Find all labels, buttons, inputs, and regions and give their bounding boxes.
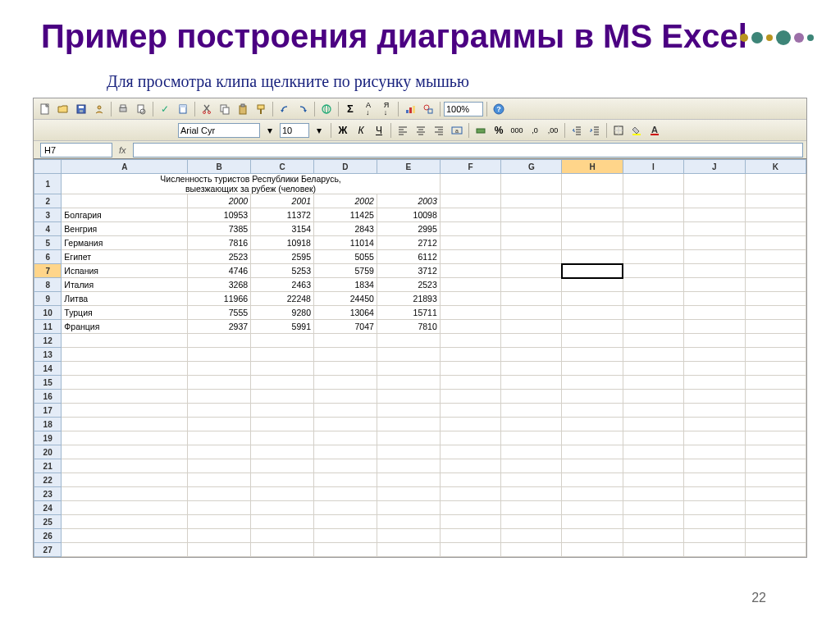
font-select[interactable]	[178, 123, 260, 138]
cell[interactable]	[313, 487, 377, 501]
cell[interactable]	[684, 543, 745, 557]
cell[interactable]	[377, 543, 440, 557]
cell[interactable]: 9280	[251, 306, 314, 320]
cell[interactable]	[313, 445, 377, 459]
cell[interactable]	[623, 264, 683, 278]
cell[interactable]	[62, 529, 188, 543]
cell[interactable]	[745, 264, 806, 278]
redo-icon[interactable]	[294, 101, 311, 117]
cell[interactable]	[313, 529, 377, 543]
align-left-icon[interactable]	[395, 122, 411, 139]
cell[interactable]	[62, 431, 188, 445]
cell[interactable]	[623, 459, 683, 473]
cell[interactable]: 2002	[313, 194, 377, 208]
cell[interactable]	[251, 431, 314, 445]
row-header[interactable]: 3	[34, 208, 62, 222]
row-header[interactable]: 16	[34, 390, 62, 404]
cell[interactable]	[251, 543, 314, 557]
cell[interactable]	[623, 334, 683, 348]
cell[interactable]	[623, 501, 683, 515]
cell[interactable]	[745, 543, 806, 557]
row-header[interactable]: 10	[34, 306, 62, 320]
cell[interactable]	[377, 376, 440, 390]
cell[interactable]	[377, 431, 440, 445]
fx-icon[interactable]: fx	[112, 145, 133, 155]
cell[interactable]	[623, 529, 683, 543]
cell[interactable]	[313, 334, 377, 348]
cell[interactable]	[684, 208, 745, 222]
cell[interactable]	[62, 362, 188, 376]
cell[interactable]	[62, 334, 188, 348]
cell[interactable]	[562, 222, 623, 236]
cell[interactable]	[313, 515, 377, 529]
cell[interactable]: 22248	[251, 292, 314, 306]
cell[interactable]	[188, 431, 251, 445]
cell[interactable]	[440, 208, 500, 222]
cell[interactable]	[684, 501, 745, 515]
cell[interactable]	[188, 445, 251, 459]
cell[interactable]	[188, 390, 251, 404]
cell[interactable]	[562, 459, 623, 473]
row-header[interactable]: 2	[34, 194, 62, 208]
cell[interactable]: 2937	[188, 320, 251, 334]
cell[interactable]	[501, 390, 562, 404]
cell[interactable]	[745, 250, 806, 264]
cell[interactable]: 2523	[377, 278, 440, 292]
cell[interactable]	[562, 515, 623, 529]
cell[interactable]	[251, 390, 314, 404]
cell[interactable]	[377, 487, 440, 501]
cell[interactable]	[562, 250, 623, 264]
cell[interactable]	[501, 404, 562, 418]
cell[interactable]	[623, 320, 683, 334]
cell[interactable]	[623, 306, 683, 320]
cell[interactable]	[623, 174, 683, 194]
cell[interactable]	[562, 543, 623, 557]
cell[interactable]: 7385	[188, 222, 251, 236]
row-header[interactable]: 8	[34, 278, 62, 292]
cell[interactable]	[440, 376, 500, 390]
cell[interactable]	[501, 320, 562, 334]
cell[interactable]: Венгрия	[62, 222, 188, 236]
cell[interactable]	[745, 306, 806, 320]
cell[interactable]	[62, 543, 188, 557]
cell[interactable]	[684, 404, 745, 418]
cell[interactable]	[440, 278, 500, 292]
spelling-icon[interactable]: ✓	[157, 101, 173, 117]
cell[interactable]	[562, 320, 623, 334]
cell[interactable]	[251, 334, 314, 348]
cell[interactable]	[501, 194, 562, 208]
copy-icon[interactable]	[217, 101, 233, 117]
cell[interactable]	[562, 292, 623, 306]
cell[interactable]: 5991	[251, 320, 314, 334]
row-header[interactable]: 19	[34, 431, 62, 445]
cell[interactable]	[562, 236, 623, 250]
cell[interactable]: 2463	[251, 278, 314, 292]
cell[interactable]	[188, 404, 251, 418]
cell[interactable]	[623, 250, 683, 264]
cell[interactable]	[684, 418, 745, 431]
cell[interactable]	[62, 390, 188, 404]
cell[interactable]	[501, 174, 562, 194]
cell[interactable]	[562, 334, 623, 348]
cell[interactable]	[501, 348, 562, 362]
increase-indent-icon[interactable]	[587, 122, 603, 139]
cell[interactable]	[562, 487, 623, 501]
cell[interactable]	[313, 543, 377, 557]
cell[interactable]	[501, 306, 562, 320]
cell[interactable]	[684, 222, 745, 236]
format-painter-icon[interactable]	[253, 101, 269, 117]
cell[interactable]	[251, 445, 314, 459]
cell[interactable]	[623, 222, 683, 236]
cell[interactable]	[188, 376, 251, 390]
cell[interactable]	[440, 390, 500, 404]
cell[interactable]	[623, 445, 683, 459]
cell[interactable]	[684, 320, 745, 334]
cell[interactable]	[745, 376, 806, 390]
underline-icon[interactable]: Ч	[371, 122, 387, 139]
cell[interactable]	[501, 208, 562, 222]
cell[interactable]	[440, 348, 500, 362]
bold-icon[interactable]: Ж	[335, 122, 351, 139]
cell[interactable]	[501, 515, 562, 529]
decrease-indent-icon[interactable]	[568, 122, 585, 139]
row-header[interactable]: 25	[34, 515, 62, 529]
